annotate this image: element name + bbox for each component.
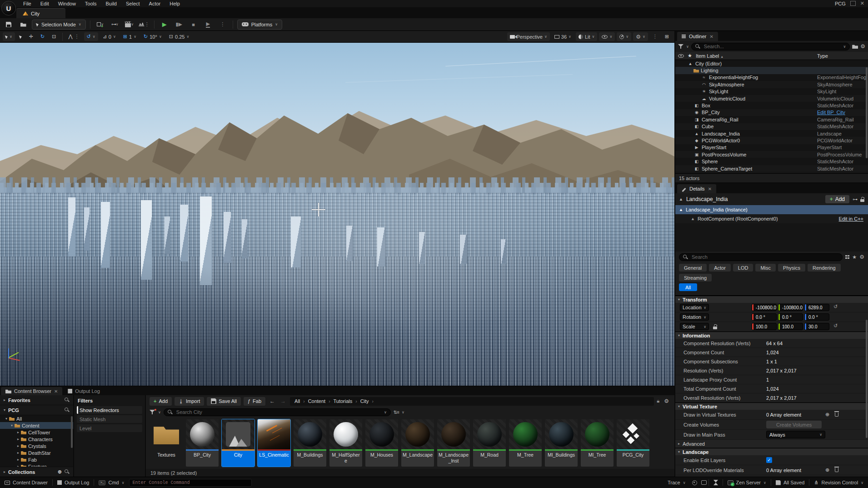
outliner-row[interactable]: Lighting: [675, 67, 868, 74]
outliner-row[interactable]: ◧ Sphere StaticMeshActor: [675, 158, 868, 165]
menu-item[interactable]: Window: [54, 0, 80, 7]
chevron-down-icon[interactable]: ∨: [843, 45, 846, 49]
rotation-dropdown[interactable]: Rotation∨: [680, 313, 709, 321]
breadcrumb-item[interactable]: All: [294, 398, 300, 404]
breadcrumb-item[interactable]: City: [360, 398, 369, 404]
tab-outliner[interactable]: Outliner ✕: [677, 32, 718, 41]
filter-item[interactable]: Level: [77, 424, 142, 432]
frame-skip-button[interactable]: ▮▶: [173, 20, 185, 30]
pcg-sources-header[interactable]: ▾ PCG: [0, 405, 73, 415]
scale-y-field[interactable]: 100.0: [778, 323, 803, 330]
filter-pill[interactable]: LOD: [733, 264, 753, 272]
rotation-snap-dropdown[interactable]: ↻10°∨: [141, 32, 165, 41]
world-local-toggle[interactable]: ↺∨: [84, 32, 98, 41]
breadcrumb-item[interactable]: Tutorials: [334, 398, 353, 404]
section-transform[interactable]: ▾Transform: [675, 296, 868, 303]
main-pass-dropdown[interactable]: Always∨: [766, 431, 825, 438]
output-log-button[interactable]: Output Log: [53, 477, 94, 488]
menu-item[interactable]: Help: [165, 0, 184, 7]
source-control-saved-button[interactable]: All Saved: [771, 477, 809, 488]
details-search-input[interactable]: [691, 254, 838, 260]
viewport-settings-dropdown[interactable]: ⚙∨: [633, 32, 648, 41]
outliner-row[interactable]: ▲ City (Editor): [675, 60, 868, 67]
filter-pill-all[interactable]: All: [679, 283, 697, 291]
reset-location-icon[interactable]: ↺: [833, 304, 838, 311]
blueprints-dropdown[interactable]: ⊶∨: [109, 20, 121, 30]
asset-search-input[interactable]: [175, 409, 381, 415]
surface-snap-dropdown[interactable]: ⊿0∨: [100, 32, 119, 41]
asset-tile[interactable]: MI_Buildings: [544, 419, 578, 467]
outliner-scrollbar[interactable]: [866, 67, 868, 158]
tree-item-folder[interactable]: ▸ Crystals: [0, 443, 73, 449]
outliner-row[interactable]: ◠ SkyAtmosphere SkyAtmosphere: [675, 81, 868, 88]
section-information[interactable]: ▾Information: [675, 332, 868, 339]
section-virtual-texture[interactable]: ▾Virtual Texture: [675, 402, 868, 410]
asset-tile[interactable]: Textures: [150, 419, 183, 467]
rotation-z-field[interactable]: 0.0 °: [804, 313, 829, 321]
layout-icon[interactable]: [850, 1, 856, 6]
collections-header[interactable]: ▸ Collections ⊕: [0, 467, 73, 477]
outliner-row[interactable]: ◧ Box StaticMeshActor: [675, 102, 868, 109]
scale-dropdown[interactable]: Scale∨: [680, 323, 709, 330]
component-graph-icon[interactable]: ⊶: [853, 196, 857, 202]
grid-snap-dropdown[interactable]: ⊞1∨: [120, 32, 139, 41]
view-mode-dropdown[interactable]: Lit∨: [576, 32, 597, 41]
insights-icon[interactable]: [692, 480, 697, 485]
editor-modes-button[interactable]: ⋮: [138, 20, 150, 30]
outliner-row[interactable]: ◨ CameraRig_Rail CameraRig_Rail: [675, 116, 868, 123]
trash-icon[interactable]: [835, 468, 838, 472]
rotation-y-field[interactable]: 0.0 °: [778, 313, 803, 321]
location-x-field[interactable]: -100800.0: [752, 304, 777, 311]
add-element-icon[interactable]: ⊕: [825, 467, 829, 473]
outliner-row[interactable]: ◉ BP_City Edit BP_City: [675, 109, 868, 116]
add-collection-icon[interactable]: ⊕: [58, 469, 62, 475]
trash-icon[interactable]: [835, 413, 838, 417]
scale-z-field[interactable]: 30.0: [804, 323, 829, 330]
search-icon[interactable]: [65, 408, 70, 413]
screenshot-icon[interactable]: [701, 480, 707, 485]
component-row-instance[interactable]: ▲ Landscape_India (Instance): [675, 205, 868, 214]
menu-item[interactable]: Actor: [145, 0, 165, 7]
outliner-row[interactable]: ◆ PCGWorldActor0 PCGWorldActor: [675, 137, 868, 144]
scale-tool-button[interactable]: ⊡: [49, 32, 59, 41]
asset-tile[interactable]: M_Landscape: [401, 419, 434, 467]
advanced-expander[interactable]: ▸ Advanced: [675, 440, 868, 448]
outliner-row[interactable]: ☀ SkyLight SkyLight: [675, 88, 868, 95]
asset-tile[interactable]: LS_Cinematic: [257, 419, 291, 467]
menu-item[interactable]: Tools: [81, 0, 101, 7]
maximize-viewport-button[interactable]: ⊞: [662, 32, 672, 41]
asset-tile[interactable]: M_Houses: [365, 419, 399, 467]
camera-speed-dropdown[interactable]: 36∨: [552, 32, 574, 41]
viewport-cursor-dropdown[interactable]: ∨: [3, 32, 15, 41]
reset-scale-icon[interactable]: ↺: [833, 323, 838, 330]
filter-item[interactable]: Static Mesh: [77, 415, 142, 423]
add-button[interactable]: +Add: [150, 397, 172, 406]
asset-tile[interactable]: M_Road: [473, 419, 506, 467]
asset-tile[interactable]: M_Buildings: [293, 419, 327, 467]
search-icon[interactable]: [65, 397, 70, 402]
editor-mode-dropdown[interactable]: Selection Mode ∨: [32, 20, 86, 30]
add-element-icon[interactable]: ⊕: [825, 412, 829, 418]
rotate-tool-button[interactable]: ↻: [38, 32, 47, 41]
tree-item-folder[interactable]: ▸ CellTower: [0, 429, 73, 436]
scale-lock-icon[interactable]: [713, 327, 717, 329]
close-icon[interactable]: ✕: [860, 0, 864, 6]
lock-sources-icon[interactable]: 🔒︎: [657, 398, 659, 404]
viewport-options-button[interactable]: ⋮: [650, 32, 660, 41]
tab-content-browser[interactable]: Content Browser ✕: [1, 387, 62, 395]
browse-content-button[interactable]: [17, 20, 29, 30]
save-button[interactable]: [3, 20, 15, 30]
fab-button[interactable]: ƒFab: [244, 397, 265, 406]
new-folder-icon[interactable]: [852, 44, 858, 49]
tree-item-folder[interactable]: ▸ Characters: [0, 436, 73, 443]
sort-options-icon[interactable]: ⇅≡: [394, 410, 399, 415]
filter-funnel-icon[interactable]: [678, 44, 684, 49]
stop-button[interactable]: ■: [188, 20, 200, 30]
tree-item-all[interactable]: ▾ All: [0, 415, 73, 422]
component-row-root[interactable]: ▲ RootComponent (RootComponent0) Edit in…: [675, 214, 868, 223]
content-drawer-button[interactable]: Content Drawer: [0, 477, 52, 488]
outliner-row[interactable]: ▶ PlayerStart PlayerStart: [675, 144, 868, 151]
tree-item-folder[interactable]: ▸ Fracture: [0, 463, 73, 467]
search-icon[interactable]: [65, 469, 70, 474]
outliner-row[interactable]: ☁ VolumetricCloud VolumetricCloud: [675, 95, 868, 102]
